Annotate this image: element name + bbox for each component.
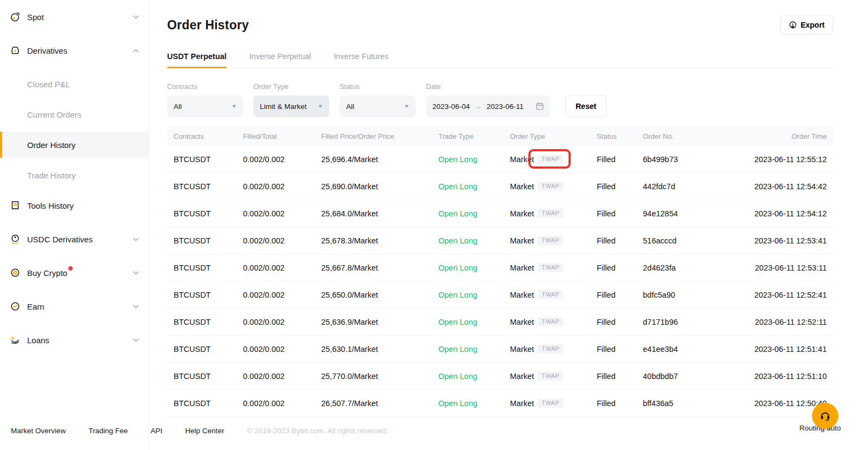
sidebar-item-usdc-derivatives[interactable]: USDC Derivatives — [0, 226, 149, 252]
cell-trade-type: Open Long — [432, 399, 503, 408]
sidebar-item-label: Tools History — [27, 201, 74, 210]
sidebar-item-trade-history[interactable]: Trade History — [0, 162, 149, 188]
twap-badge: TWAP — [538, 290, 563, 299]
cell-status: Filled — [590, 399, 636, 408]
cell-status: Filled — [590, 236, 636, 245]
cell-filled-price: 25,690.0/Market — [315, 182, 432, 191]
date-from: 2023-06-04 — [432, 102, 470, 111]
chevron-down-icon — [133, 338, 139, 342]
filter-bar: Contracts All ▼ Order Type Limit & Marke… — [167, 82, 833, 117]
tab-usdt-perpetual[interactable]: USDT Perpetual — [167, 52, 227, 68]
sidebar-item-derivatives[interactable]: Derivatives — [0, 37, 149, 63]
cell-order-no: bdfc5a90 — [636, 291, 745, 299]
caret-down-icon: ▼ — [231, 104, 238, 109]
tab-inverse-futures[interactable]: Inverse Futures — [334, 52, 388, 68]
reset-button[interactable]: Reset — [565, 95, 607, 117]
cell-contracts: BTCUSDT — [167, 291, 237, 299]
cell-filled-price: 25,630.1/Market — [315, 345, 432, 353]
cell-order-type: Market TWAP — [503, 263, 590, 272]
sidebar-item-label: Earn — [27, 302, 44, 311]
cell-trade-type: Open Long — [432, 236, 503, 245]
cell-filled-price: 26,507.7/Market — [315, 399, 432, 408]
table-row: BTCUSDT 0.002/0.002 25,650.0/Market Open… — [167, 281, 833, 308]
col-header-order-type: Order Type — [503, 132, 590, 140]
footer-link-trading-fee[interactable]: Trading Fee — [88, 427, 127, 435]
cell-order-type: Market TWAP — [503, 371, 590, 381]
footer-link-api[interactable]: API — [151, 427, 163, 435]
cell-order-time: 2023-06-11 12:53:11 — [745, 263, 833, 272]
export-icon — [789, 21, 797, 29]
sidebar-item-spot[interactable]: Spot — [0, 4, 149, 30]
sidebar-item-earn[interactable]: Earn — [0, 293, 149, 319]
order-history-table: Contracts Filled/Total Filled Price/Orde… — [167, 126, 833, 417]
spot-icon — [9, 11, 21, 23]
cell-filled-price: 25,667.8/Market — [315, 263, 432, 272]
sidebar-item-label: USDC Derivatives — [27, 235, 93, 244]
sidebar-item-order-history[interactable]: Order History — [0, 132, 149, 158]
date-range-picker[interactable]: 2023-06-04 → 2023-06-11 — [426, 95, 551, 117]
cell-order-time: 2023-06-11 12:51:41 — [745, 345, 833, 353]
sidebar-item-label: Spot — [27, 12, 44, 22]
cell-status: Filled — [590, 182, 636, 191]
sidebar-item-loans[interactable]: Loans — [0, 327, 149, 353]
table-row: BTCUSDT 0.002/0.002 25,678.3/Market Open… — [167, 227, 833, 254]
cell-order-time: 2023-06-11 12:52:11 — [745, 318, 833, 326]
table-row: BTCUSDT 0.002/0.002 25,770.0/Market Open… — [167, 363, 833, 390]
cell-filled-total: 0.002/0.002 — [237, 236, 315, 245]
cell-status: Filled — [590, 372, 636, 381]
cell-status: Filled — [590, 155, 636, 164]
col-header-filled-total: Filled/Total — [237, 132, 315, 140]
cell-order-type: Market TWAP — [503, 344, 590, 353]
table-row: BTCUSDT 0.002/0.002 25,696.4/Market Open… — [167, 146, 833, 173]
date-to: 2023-06-11 — [487, 102, 524, 111]
cell-contracts: BTCUSDT — [167, 345, 237, 353]
buy-crypto-icon — [9, 267, 21, 279]
cell-order-time: 2023-06-11 12:53:41 — [745, 236, 833, 245]
chevron-down-icon — [133, 271, 139, 275]
cell-order-no: 442fdc7d — [636, 182, 745, 191]
status-select[interactable]: All ▼ — [340, 95, 416, 117]
footer-link-market-overview[interactable]: Market Overview — [11, 427, 66, 435]
date-filter-label: Date — [426, 82, 551, 91]
cell-contracts: BTCUSDT — [167, 318, 237, 326]
derivatives-icon — [9, 44, 21, 56]
sidebar-item-tools-history[interactable]: Tools History — [0, 192, 149, 218]
cell-order-time: 2023-06-11 12:54:12 — [745, 209, 833, 218]
main-content: Order History Export USDT Perpetual Inve… — [149, 0, 868, 450]
sidebar-item-buy-crypto[interactable]: Buy Crypto — [0, 260, 149, 286]
chevron-down-icon — [133, 15, 139, 19]
table-row: BTCUSDT 0.002/0.002 25,630.1/Market Open… — [167, 336, 833, 363]
usdc-derivatives-icon — [9, 233, 21, 245]
cell-filled-price: 25,770.0/Market — [315, 372, 432, 381]
sidebar-item-current-orders[interactable]: Current Orders — [0, 101, 149, 127]
contracts-select[interactable]: All ▼ — [167, 95, 243, 117]
col-header-status: Status — [590, 132, 636, 140]
col-header-filled-price: Filled Price/Order Price — [315, 132, 432, 140]
tab-inverse-perpetual[interactable]: Inverse Perpetual — [250, 52, 311, 68]
sidebar-item-label: Derivatives — [27, 46, 67, 55]
caret-down-icon: ▼ — [404, 104, 410, 109]
table-row: BTCUSDT 0.002/0.002 25,636.9/Market Open… — [167, 308, 833, 336]
cell-status: Filled — [590, 209, 636, 218]
cell-filled-total: 0.002/0.002 — [237, 399, 315, 408]
twap-badge: TWAP — [538, 209, 563, 218]
cell-order-type: Market TWAP — [503, 155, 590, 164]
arrow-right-icon: → — [475, 102, 482, 111]
col-header-trade-type: Trade Type — [432, 132, 503, 140]
cell-filled-total: 0.002/0.002 — [237, 345, 315, 353]
cell-status: Filled — [590, 263, 636, 272]
support-button[interactable] — [812, 403, 838, 429]
chevron-up-icon — [133, 49, 139, 53]
cell-order-type: Market TWAP — [503, 290, 590, 299]
table-row: BTCUSDT 0.002/0.002 26,507.7/Market Open… — [167, 390, 833, 417]
footer-link-help-center[interactable]: Help Center — [185, 427, 224, 435]
cell-contracts: BTCUSDT — [167, 182, 237, 191]
caret-down-icon: ▼ — [317, 104, 324, 109]
page-title: Order History — [167, 18, 249, 33]
cell-trade-type: Open Long — [432, 209, 503, 218]
table-row: BTCUSDT 0.002/0.002 25,667.8/Market Open… — [167, 254, 833, 281]
export-button[interactable]: Export — [780, 15, 833, 35]
cell-order-time: 2023-06-11 12:51:10 — [745, 372, 833, 381]
order-type-select[interactable]: Limit & Market ▼ — [253, 95, 329, 117]
sidebar-item-closed-pnl[interactable]: Closed P&L — [0, 71, 149, 97]
